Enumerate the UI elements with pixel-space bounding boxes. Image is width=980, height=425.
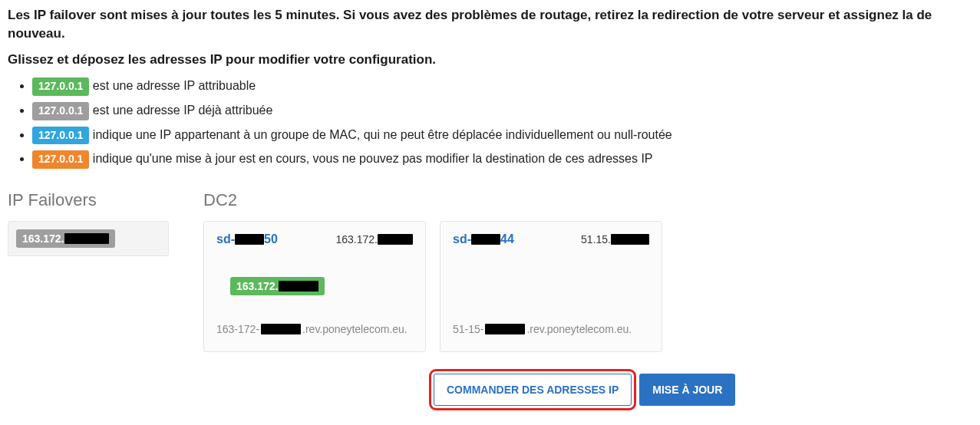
assigned-ip-prefix: 163.172. bbox=[236, 280, 279, 292]
redacted-block bbox=[64, 233, 109, 244]
assigned-ip-chip[interactable]: 163.172. bbox=[230, 277, 325, 295]
legend-updating-text: indique qu'une mise à jour est en cours,… bbox=[89, 152, 652, 165]
server-card[interactable]: sd-44 51.15. 51-15-.rev.poneytelecom.eu. bbox=[440, 221, 662, 352]
rev-prefix: 163-172- bbox=[216, 321, 259, 338]
badge-green: 127.0.0.1 bbox=[32, 77, 89, 96]
redacted-block bbox=[279, 281, 318, 292]
redacted-block bbox=[235, 234, 264, 245]
server-name[interactable]: sd-44 bbox=[453, 232, 514, 246]
server-name-prefix: sd- bbox=[216, 232, 235, 246]
badge-orange: 127.0.0.1 bbox=[32, 150, 89, 169]
order-ip-button[interactable]: COMMANDER DES ADRESSES IP bbox=[434, 374, 632, 406]
badge-blue: 127.0.0.1 bbox=[32, 127, 89, 145]
server-ip: 51.15. bbox=[581, 233, 649, 245]
failover-ip-prefix: 163.172. bbox=[22, 232, 64, 245]
intro-line-1: Les IP failover sont mises à jour toutes… bbox=[8, 6, 972, 43]
server-dropzone[interactable] bbox=[453, 277, 649, 308]
server-card[interactable]: sd-50 163.172. 163.172. 163-172-.rev.pon… bbox=[203, 221, 426, 352]
redacted-block bbox=[378, 234, 413, 245]
badge-gray: 127.0.0.1 bbox=[32, 102, 89, 120]
legend-mac-text: indique une IP appartenant à un groupe d… bbox=[89, 128, 671, 141]
rev-prefix: 51-15- bbox=[453, 321, 483, 338]
server-dropzone[interactable]: 163.172. bbox=[216, 277, 413, 308]
failover-ip-chip[interactable]: 163.172. bbox=[16, 229, 115, 248]
rev-suffix: .rev.poneytelecom.eu. bbox=[526, 321, 632, 338]
legend-updating: 127.0.0.1 indique qu'une mise à jour est… bbox=[32, 149, 972, 169]
intro-line-2: Glissez et déposez les adresses IP pour … bbox=[8, 51, 972, 69]
redacted-block bbox=[611, 234, 649, 245]
action-bar: COMMANDER DES ADRESSES IP MISE À JOUR bbox=[8, 374, 972, 406]
legend-assigned-text: est une adresse IP déjà attribuée bbox=[89, 104, 272, 117]
server-name-prefix: sd- bbox=[453, 232, 471, 246]
server-ip-prefix: 51.15. bbox=[581, 233, 611, 245]
rev-suffix: .rev.poneytelecom.eu. bbox=[302, 321, 408, 338]
legend-list: 127.0.0.1 est une adresse IP attribuable… bbox=[8, 76, 972, 168]
failovers-title: IP Failovers bbox=[8, 190, 173, 210]
server-reverse-dns: 51-15-.rev.poneytelecom.eu. bbox=[453, 321, 649, 338]
server-ip-prefix: 163.172. bbox=[336, 233, 378, 245]
redacted-block bbox=[261, 324, 301, 334]
server-reverse-dns: 163-172-.rev.poneytelecom.eu. bbox=[216, 321, 413, 338]
server-name-suffix: 44 bbox=[500, 232, 514, 246]
dc-title: DC2 bbox=[203, 190, 972, 210]
redacted-block bbox=[485, 324, 525, 334]
redacted-block bbox=[471, 234, 500, 245]
server-ip: 163.172. bbox=[336, 233, 414, 245]
update-button[interactable]: MISE À JOUR bbox=[639, 374, 735, 406]
legend-mac-group: 127.0.0.1 indique une IP appartenant à u… bbox=[32, 125, 972, 145]
legend-assignable-text: est une adresse IP attribuable bbox=[89, 79, 256, 92]
server-name[interactable]: sd-50 bbox=[216, 232, 278, 246]
failover-dropzone[interactable]: 163.172. bbox=[8, 221, 169, 256]
server-name-suffix: 50 bbox=[264, 232, 278, 246]
dc-column: DC2 sd-50 163.172. 163.172. bbox=[203, 190, 972, 352]
legend-assigned: 127.0.0.1 est une adresse IP déjà attrib… bbox=[32, 100, 972, 120]
failover-column: IP Failovers 163.172. bbox=[8, 190, 173, 256]
legend-assignable: 127.0.0.1 est une adresse IP attribuable bbox=[32, 76, 972, 96]
